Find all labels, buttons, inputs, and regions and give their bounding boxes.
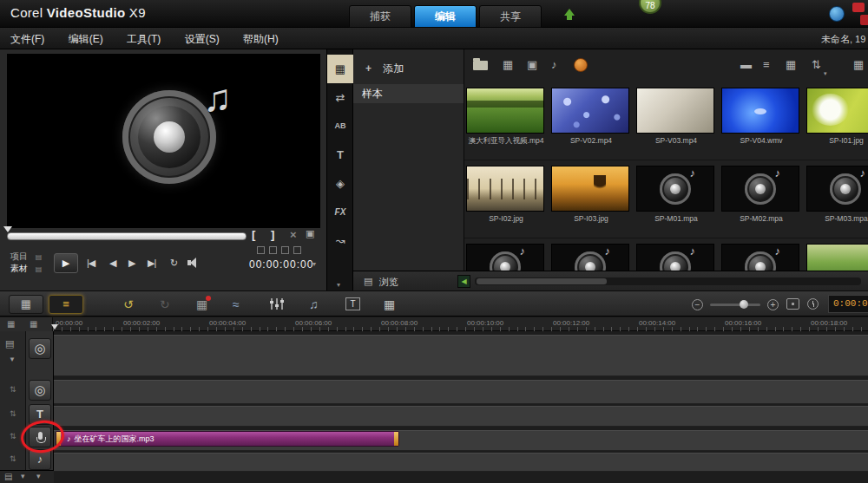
view-thumbnail-icon[interactable]: ▬ bbox=[740, 58, 752, 71]
menu-item-edit[interactable]: 编辑(E) bbox=[58, 28, 114, 47]
scroll-down-icon[interactable]: ▾ bbox=[36, 472, 41, 480]
library-item[interactable]: ♪ SP-M02.mpa bbox=[721, 160, 801, 238]
redo-button[interactable]: ↻ bbox=[160, 297, 170, 312]
prev-frame-button[interactable]: ◀ bbox=[109, 258, 115, 269]
volume-button[interactable] bbox=[187, 258, 200, 268]
video-thumbnail[interactable] bbox=[721, 88, 799, 134]
video-track-button[interactable]: ◎ bbox=[29, 338, 51, 359]
image-thumbnail[interactable] bbox=[466, 166, 544, 212]
library-scrollbar[interactable] bbox=[475, 277, 861, 285]
library-item[interactable]: SP-V04.wmv bbox=[721, 82, 801, 160]
library-item[interactable]: ♪ bbox=[636, 238, 716, 271]
sort-icon[interactable]: ⇅ bbox=[812, 58, 821, 71]
video-thumbnail[interactable] bbox=[466, 88, 544, 134]
nav-item-media[interactable]: ▦ bbox=[327, 55, 353, 83]
library-item[interactable]: SP-V03.mp4 bbox=[636, 82, 716, 160]
mark-in-button[interactable]: [ bbox=[252, 228, 255, 241]
library-item[interactable] bbox=[806, 238, 868, 271]
audio-thumbnail[interactable]: ♪ bbox=[806, 166, 868, 212]
tab-edit[interactable]: 编辑 bbox=[414, 5, 477, 28]
settings-gear-icon[interactable] bbox=[574, 58, 588, 72]
menu-item-help[interactable]: 帮助(H) bbox=[233, 28, 289, 47]
track-manager-button[interactable]: ▦ bbox=[384, 297, 395, 312]
menu-item-tools[interactable]: 工具(T) bbox=[116, 28, 171, 47]
audio-thumbnail[interactable]: ♪ bbox=[466, 244, 544, 271]
zoom-in-button[interactable]: + bbox=[767, 299, 779, 310]
tab-share[interactable]: 共享 bbox=[479, 5, 542, 28]
record-capture-button[interactable]: ▦ bbox=[196, 297, 207, 312]
scroll-down-icon[interactable]: ▾ bbox=[21, 472, 25, 480]
fit-project-button[interactable] bbox=[786, 298, 799, 310]
nav-item-graphic[interactable]: ◈ bbox=[327, 169, 353, 198]
menu-item-file[interactable]: 文件(F) bbox=[0, 28, 55, 47]
view-list-icon[interactable]: ≡ bbox=[763, 58, 770, 71]
track-list-icon[interactable]: ▤ bbox=[4, 472, 12, 481]
video-thumbnail[interactable] bbox=[636, 88, 714, 134]
filter-media-icon[interactable]: ▦ bbox=[503, 58, 513, 71]
audio-clip[interactable]: ♪坐在矿车上的国家.mp3 bbox=[56, 431, 399, 447]
zoom-slider-handle[interactable] bbox=[740, 300, 748, 309]
scrubber-bar[interactable] bbox=[7, 232, 247, 240]
scrollbar-thumb[interactable] bbox=[477, 278, 607, 284]
music-track-lane[interactable] bbox=[54, 453, 868, 472]
close-button[interactable] bbox=[852, 3, 865, 12]
waveform-button[interactable]: ≈ bbox=[233, 297, 240, 312]
nav-item-ab[interactable]: AB bbox=[327, 112, 353, 140]
nav-scroll-down-icon[interactable]: ▾ bbox=[337, 281, 340, 289]
library-item[interactable]: ♪ bbox=[721, 238, 801, 271]
segment-box[interactable] bbox=[293, 246, 301, 254]
add-folder-button[interactable]: + 添加 bbox=[365, 62, 404, 76]
next-frame-button[interactable]: ▶ bbox=[128, 258, 135, 269]
notification-badge[interactable]: 78 bbox=[639, 0, 661, 14]
nav-item-motion[interactable]: ↝ bbox=[327, 226, 353, 255]
nav-item-transition[interactable]: ⇄ bbox=[327, 83, 353, 112]
library-item[interactable]: SP-I03.jpg bbox=[551, 160, 631, 238]
menu-item-settings[interactable]: 设置(S) bbox=[174, 28, 230, 47]
play-button[interactable]: ▶ bbox=[54, 253, 78, 273]
repeat-button[interactable]: ↻ bbox=[170, 258, 178, 269]
audio-thumbnail[interactable]: ♪ bbox=[636, 166, 714, 212]
auto-music-button[interactable]: ♫ bbox=[309, 297, 319, 312]
mark-out-button[interactable]: ] bbox=[271, 228, 274, 241]
zoom-out-button[interactable]: − bbox=[692, 299, 703, 310]
view-grid-icon[interactable]: ▦ bbox=[786, 58, 796, 71]
timecode-dropdown-icon[interactable]: ▾ bbox=[312, 260, 316, 268]
nav-item-title[interactable]: T bbox=[327, 140, 353, 169]
filter-audio-icon[interactable]: ♪ bbox=[551, 58, 557, 71]
folder-icon[interactable] bbox=[473, 61, 488, 70]
track-swap-icon[interactable]: ⇅ bbox=[10, 454, 16, 463]
undo-button[interactable]: ↺ bbox=[123, 297, 134, 312]
step-start-button[interactable]: |◀ bbox=[87, 258, 95, 269]
image-thumbnail[interactable] bbox=[806, 244, 868, 271]
video-thumbnail[interactable] bbox=[551, 88, 629, 134]
audio-thumbnail[interactable]: ♪ bbox=[721, 244, 799, 271]
category-sample[interactable]: 样本 bbox=[353, 84, 464, 103]
segment-box[interactable] bbox=[257, 246, 265, 254]
cut-button[interactable]: × bbox=[290, 228, 297, 241]
track-swap-icon[interactable]: ⇅ bbox=[10, 385, 16, 394]
library-item[interactable]: ♪ bbox=[551, 238, 631, 271]
scrubber-playhead[interactable] bbox=[3, 226, 12, 232]
segment-box[interactable] bbox=[269, 246, 277, 254]
audio-thumbnail[interactable]: ♪ bbox=[551, 244, 629, 271]
overlay-track-button[interactable]: ◎ bbox=[29, 380, 51, 401]
segment-box[interactable] bbox=[281, 246, 289, 254]
filter-photo-icon[interactable]: ▣ bbox=[527, 58, 537, 71]
scroll-left-button[interactable]: ◀ bbox=[457, 275, 470, 288]
tab-capture[interactable]: 捕获 bbox=[349, 5, 411, 28]
preview-timecode[interactable]: 00:00:00:00 bbox=[249, 258, 313, 271]
duration-clock-button[interactable] bbox=[807, 298, 819, 310]
image-thumbnail[interactable] bbox=[806, 88, 868, 134]
track-view-icon[interactable]: ▦ bbox=[30, 319, 37, 329]
nav-item-filter[interactable]: FX bbox=[327, 198, 353, 226]
subtitle-editor-button[interactable]: T bbox=[345, 297, 360, 310]
sort-dropdown-icon[interactable]: ▾ bbox=[824, 70, 827, 77]
zoom-slider[interactable] bbox=[710, 304, 760, 306]
library-item[interactable]: ♪ SP-M01.mpa bbox=[636, 160, 716, 238]
library-item[interactable]: SP-V02.mp4 bbox=[551, 82, 631, 160]
track-swap-icon[interactable]: ⇅ bbox=[10, 432, 16, 441]
help-globe-icon[interactable] bbox=[829, 6, 845, 22]
library-item[interactable]: SP-I01.jpg bbox=[806, 82, 868, 160]
title-track-lane[interactable] bbox=[54, 406, 868, 427]
video-track-lane[interactable] bbox=[54, 335, 868, 376]
